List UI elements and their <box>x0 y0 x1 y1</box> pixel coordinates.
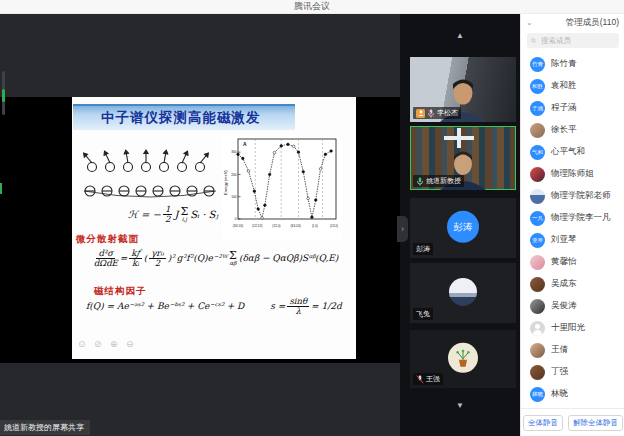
video-tile-name: 李松杰 <box>437 108 458 118</box>
participant-avatar <box>530 123 545 138</box>
participant-name: 林晓 <box>551 388 568 400</box>
edge-indicator <box>0 183 2 194</box>
collapse-up-icon[interactable]: ▲ <box>400 31 520 40</box>
slide-title: 中子谱仪探测高能磁激发 <box>73 109 261 127</box>
search-icon <box>531 37 536 44</box>
strip-expand-handle[interactable]: › <box>397 216 408 242</box>
svg-text:200: 200 <box>231 173 237 177</box>
participant-avatar <box>530 343 545 358</box>
stage-scrollbar[interactable] <box>2 71 5 115</box>
participant-name: 物理学院李一凡 <box>551 212 611 224</box>
avatar: 彭涛 <box>447 211 479 243</box>
video-tile[interactable]: 彭涛 彭涛 <box>410 198 516 258</box>
meeting-window: 腾讯会议 中子谱仪探测高能磁激发 <box>0 0 624 436</box>
unmute-all-button[interactable]: 解除全体静音 <box>568 415 623 431</box>
stage-scrollbar-thumb[interactable] <box>2 89 5 102</box>
participant-row[interactable]: 吴俊涛 <box>521 295 624 317</box>
participant-name: 黄馨怡 <box>551 256 577 268</box>
form-factor-formula: f(Q) = Ae⁻ᵃˢ² + Be⁻ᵇˢ² + Ce⁻ᶜˢ² + D s = … <box>86 297 350 316</box>
participant-row[interactable]: 吴成东 <box>521 273 624 295</box>
participant-row[interactable]: 徐长平 <box>521 119 624 141</box>
avatar <box>448 343 478 373</box>
member-search-input[interactable] <box>539 35 615 46</box>
svg-text:(3/4,1/4): (3/4,1/4) <box>233 224 243 228</box>
video-tile[interactable]: 飞兔 <box>410 263 516 323</box>
member-search[interactable] <box>527 33 619 48</box>
participant-name: 十里阳光 <box>551 322 585 334</box>
members-panel: ⌄ 管理成员(110) 竹青陈竹青和胜袁和胜子涵程子涵徐长平气和心平气和物理陈师… <box>520 13 624 436</box>
video-tile-name: 姚道新教授 <box>426 176 461 186</box>
participant-avatar: 子涵 <box>530 101 545 116</box>
participant-row[interactable]: 一凡物理学院李一凡 <box>521 207 624 229</box>
panel-title: 管理成员(110) <box>566 17 619 29</box>
mic-on-icon <box>416 177 424 186</box>
participant-name: 吴成东 <box>551 278 577 290</box>
participant-avatar <box>530 365 545 380</box>
participant-list: 竹青陈竹青和胜袁和胜子涵程子涵徐长平气和心平气和物理陈师姐物理学院郭老师一凡物理… <box>521 53 624 409</box>
participant-name: 物理陈师姐 <box>551 168 594 180</box>
svg-text:(1/2,0): (1/2,0) <box>272 224 280 228</box>
panel-footer: 全体静音 解除全体静音 <box>521 408 624 436</box>
participant-row[interactable]: 物理学院郭老师 <box>521 185 624 207</box>
mute-all-button[interactable]: 全体静音 <box>523 415 563 431</box>
hamiltonian-formula: ℋ = − 12 J Σi,j Sᵢ · Sⱼ <box>128 205 218 224</box>
participant-avatar: 亚琴 <box>530 233 545 248</box>
participant-name: 袁和胜 <box>551 80 577 92</box>
participant-avatar: 一凡 <box>530 211 545 226</box>
cross-section-formula: d²σdΩdE = k𝑓kᵢ ( γr₀2 )² g²f²(Q)e⁻²ᵂ Σαβ… <box>82 249 350 268</box>
mic-muted-icon <box>427 109 435 118</box>
spin-diagram <box>82 147 218 205</box>
shared-slide: 中子谱仪探测高能磁激发 <box>72 97 356 359</box>
panel-collapse-icon[interactable]: ⌄ <box>526 18 533 27</box>
video-tile-name: 飞兔 <box>416 309 430 319</box>
svg-text:(1,0): (1,0) <box>312 224 318 228</box>
participant-row[interactable]: 丁强 <box>521 361 624 383</box>
participant-name: 刘亚琴 <box>551 234 577 246</box>
participant-avatar: 林晓 <box>530 387 545 402</box>
video-tile-name: 彭涛 <box>416 244 430 254</box>
participant-avatar <box>530 167 545 182</box>
annotation-toolbar: ⊙ ⊘ ⊕ ⊖ <box>78 339 137 349</box>
participant-row[interactable]: 王倩 <box>521 339 624 361</box>
video-tile[interactable]: 李松杰 <box>410 57 516 122</box>
participant-name: 心平气和 <box>551 146 585 158</box>
participant-row[interactable]: 子涵程子涵 <box>521 97 624 119</box>
svg-text:(1/2,1/2): (1/2,1/2) <box>252 224 262 228</box>
participant-name: 陈竹青 <box>551 58 577 70</box>
video-tile[interactable]: 姚道新教授 <box>410 126 516 190</box>
participant-row[interactable]: 亚琴刘亚琴 <box>521 229 624 251</box>
svg-text:(1/2,0): (1/2,0) <box>330 224 338 228</box>
participant-avatar <box>530 189 545 204</box>
participant-avatar <box>530 321 545 336</box>
participant-row[interactable]: 气和心平气和 <box>521 141 624 163</box>
participant-row[interactable]: 黄馨怡 <box>521 251 624 273</box>
participant-name: 王倩 <box>551 344 568 356</box>
video-strip: ▲ 李松杰 <box>400 13 520 436</box>
svg-text:100: 100 <box>231 195 237 199</box>
svg-text:Energy (meV): Energy (meV) <box>223 170 228 195</box>
window-light <box>457 128 461 148</box>
participant-avatar: 和胜 <box>530 79 545 94</box>
cross-section-label: 微分散射截面 <box>76 233 139 246</box>
participant-avatar <box>530 277 545 292</box>
window-title: 腾讯会议 <box>294 0 330 13</box>
participant-avatar: 气和 <box>530 145 545 160</box>
participant-name: 丁强 <box>551 366 568 378</box>
video-tile[interactable]: 王强 <box>410 330 516 388</box>
host-badge-icon <box>416 109 425 118</box>
svg-text:A: A <box>243 141 247 147</box>
participant-avatar: 竹青 <box>530 57 545 72</box>
participant-row[interactable]: 竹青陈竹青 <box>521 53 624 75</box>
avatar <box>449 278 477 306</box>
participant-row[interactable]: 十里阳光 <box>521 317 624 339</box>
slide-title-bar: 中子谱仪探测高能磁激发 <box>73 104 295 130</box>
participant-row[interactable]: 物理陈师姐 <box>521 163 624 185</box>
participant-row[interactable]: 和胜袁和胜 <box>521 75 624 97</box>
participant-row[interactable]: 林晓林晓 <box>521 383 624 405</box>
more-down-icon[interactable]: ▼ <box>400 401 520 410</box>
participant-name: 物理学院郭老师 <box>551 190 611 202</box>
participant-name: 吴俊涛 <box>551 300 577 312</box>
svg-text:(3/4,1/4): (3/4,1/4) <box>290 224 300 228</box>
dispersion-chart: 0100200300AEnergy (meV)(3/4,1/4)(1/2,1/2… <box>222 135 342 239</box>
svg-text:300: 300 <box>231 150 237 154</box>
